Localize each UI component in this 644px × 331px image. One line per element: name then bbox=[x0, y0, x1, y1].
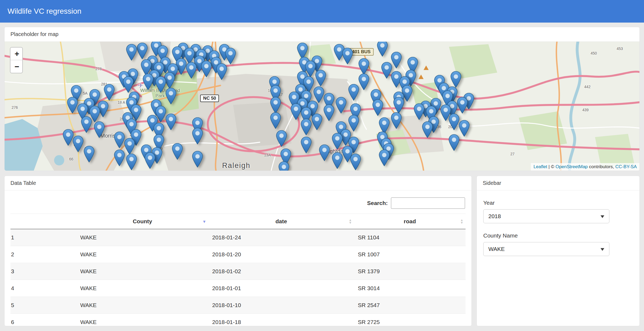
column-header-date[interactable]: date▲▼ bbox=[208, 214, 354, 229]
table-row: 5WAKE2018-01-10SR 2547 bbox=[10, 297, 466, 314]
map-marker-pin[interactable] bbox=[122, 76, 134, 93]
map-marker-pin[interactable] bbox=[171, 143, 183, 160]
page-title: Wildlife VC regression bbox=[8, 7, 81, 16]
table-header-row: County▼date▲▼road▲▼ bbox=[10, 214, 466, 229]
map-marker-pin[interactable] bbox=[185, 62, 197, 79]
date-cell: 2018-01-24 bbox=[208, 229, 354, 246]
road-cell: SR 1379 bbox=[354, 263, 466, 280]
map-marker-pin[interactable] bbox=[225, 48, 236, 64]
map-marker-pin[interactable] bbox=[200, 61, 212, 77]
map-marker-pin[interactable] bbox=[335, 97, 347, 113]
table-row: 6WAKE2018-01-18SR 2725 bbox=[10, 314, 466, 326]
search-row: Search: bbox=[10, 190, 466, 214]
app-header: Wildlife VC regression bbox=[0, 0, 644, 23]
map-marker-pin[interactable] bbox=[350, 153, 361, 170]
sidebar-panel-title: Sidebar bbox=[477, 176, 639, 190]
map-marker-pin[interactable] bbox=[458, 120, 470, 137]
map-marker-pin[interactable] bbox=[448, 134, 460, 151]
county-cell: WAKE bbox=[76, 280, 208, 297]
map-canvas[interactable]: William B. Umstead ParkMorrisvilleRaleig… bbox=[5, 42, 639, 171]
table-body: 1WAKE2018-01-24SR 11042WAKE2018-01-20SR … bbox=[10, 229, 466, 326]
sidebar-panel: Sidebar Year 2018 County Name WAKE bbox=[477, 176, 640, 326]
map-marker-pin[interactable] bbox=[270, 112, 281, 129]
map-marker-pin[interactable] bbox=[126, 153, 137, 170]
road-cell: SR 1007 bbox=[354, 246, 466, 263]
zoom-control: + − bbox=[10, 47, 23, 73]
date-cell: 2018-01-18 bbox=[208, 314, 354, 326]
map-marker-pin[interactable] bbox=[192, 151, 203, 168]
county-cell: WAKE bbox=[76, 229, 208, 246]
map-marker-pin[interactable] bbox=[456, 97, 468, 113]
map-marker-pin[interactable] bbox=[270, 97, 281, 113]
map-marker-pin[interactable] bbox=[372, 99, 384, 116]
map-marker-pin[interactable] bbox=[72, 135, 84, 152]
data-table: County▼date▲▼road▲▼ 1WAKE2018-01-24SR 11… bbox=[10, 214, 466, 326]
table-body-wrap: Search: County▼date▲▼road▲▼ 1WAKE2018-01… bbox=[5, 190, 471, 326]
map-marker-pin[interactable] bbox=[323, 105, 335, 121]
search-input[interactable] bbox=[391, 197, 465, 209]
map-marker-pin[interactable] bbox=[422, 121, 433, 138]
map-marker-pin[interactable] bbox=[80, 116, 92, 133]
map-marker-pin[interactable] bbox=[300, 119, 312, 135]
map-marker-pin[interactable] bbox=[124, 138, 136, 155]
map-marker-pin[interactable] bbox=[358, 74, 370, 90]
map-marker-pin[interactable] bbox=[311, 114, 323, 130]
date-cell: 2018-01-02 bbox=[208, 263, 354, 280]
leaflet-link[interactable]: Leaflet bbox=[533, 164, 547, 169]
sort-desc-icon: ▼ bbox=[202, 219, 206, 224]
map-marker-pin[interactable] bbox=[114, 150, 125, 166]
map-marker-pin[interactable] bbox=[300, 137, 312, 153]
map-marker-pin[interactable] bbox=[393, 97, 405, 113]
map-marker-pin[interactable] bbox=[378, 150, 390, 166]
map-marker-pin[interactable] bbox=[319, 145, 330, 161]
map-marker-pin[interactable] bbox=[142, 74, 154, 90]
map-panel-title: Placeholder for map bbox=[5, 27, 639, 42]
road-cell: SR 3014 bbox=[354, 280, 466, 297]
table-row: 4WAKE2018-01-01SR 3014 bbox=[10, 280, 466, 297]
county-cell: WAKE bbox=[76, 297, 208, 314]
map-marker-pin[interactable] bbox=[450, 71, 462, 88]
column-header-index bbox=[10, 214, 76, 229]
map-marker-pin[interactable] bbox=[165, 114, 177, 130]
chevron-down-icon bbox=[601, 215, 604, 218]
map-attribution: Leaflet | © OpenStreetMap contributors, … bbox=[531, 163, 639, 171]
data-table-panel: Data Table Search: County▼date▲▼road▲▼ 1… bbox=[4, 176, 472, 326]
zoom-in-button[interactable]: + bbox=[10, 48, 23, 60]
map-marker-pin[interactable] bbox=[315, 70, 327, 86]
column-header-County[interactable]: County▼ bbox=[76, 214, 208, 229]
zoom-out-button[interactable]: − bbox=[10, 60, 23, 73]
map-marker-pin[interactable] bbox=[390, 112, 402, 129]
map-marker-pin[interactable] bbox=[165, 88, 177, 105]
map-marker-pin[interactable] bbox=[413, 103, 425, 120]
row-index-cell: 1 bbox=[10, 229, 76, 246]
map-marker-pin[interactable] bbox=[348, 84, 360, 100]
map-marker-pin[interactable] bbox=[126, 44, 137, 60]
page-content: Placeholder for map bbox=[0, 23, 644, 330]
road-cell: SR 1104 bbox=[354, 229, 466, 246]
map-marker-pin[interactable] bbox=[192, 128, 203, 144]
map-marker-pin[interactable] bbox=[216, 63, 228, 80]
column-header-road[interactable]: road▲▼ bbox=[354, 214, 466, 229]
map-marker-pin[interactable] bbox=[93, 121, 105, 138]
map-marker-pin[interactable] bbox=[103, 84, 115, 100]
road-cell: SR 2547 bbox=[354, 297, 466, 314]
license-link[interactable]: CC-BY-SA bbox=[615, 164, 637, 169]
year-select[interactable]: 2018 bbox=[483, 209, 609, 223]
map-marker-pin[interactable] bbox=[376, 42, 388, 57]
row-index-cell: 5 bbox=[10, 297, 76, 314]
map-marker-pin[interactable] bbox=[342, 48, 353, 64]
row-index-cell: 6 bbox=[10, 314, 76, 326]
map-marker-pin[interactable] bbox=[276, 130, 287, 147]
osm-link[interactable]: OpenStreetMap bbox=[555, 164, 588, 169]
map-marker-pin[interactable] bbox=[278, 161, 290, 171]
county-cell: WAKE bbox=[76, 263, 208, 280]
map-marker-pin[interactable] bbox=[83, 146, 95, 163]
date-cell: 2018-01-10 bbox=[208, 297, 354, 314]
map-marker-pin[interactable] bbox=[358, 58, 370, 75]
map-marker-pin[interactable] bbox=[144, 152, 156, 169]
row-index-cell: 4 bbox=[10, 280, 76, 297]
chevron-down-icon bbox=[601, 248, 604, 251]
map-marker-pin[interactable] bbox=[331, 152, 343, 169]
table-row: 3WAKE2018-01-02SR 1379 bbox=[10, 263, 466, 280]
county-select[interactable]: WAKE bbox=[483, 242, 609, 256]
